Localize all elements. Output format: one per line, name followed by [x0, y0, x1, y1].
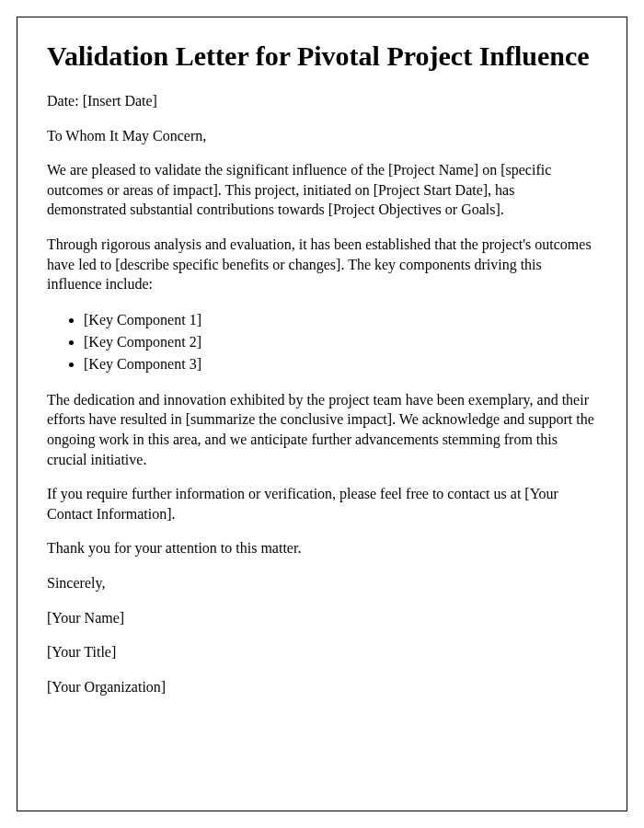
- dedication-paragraph: The dedication and innovation exhibited …: [47, 390, 597, 469]
- contact-paragraph: If you require further information or ve…: [47, 484, 597, 523]
- page-title: Validation Letter for Pivotal Project In…: [47, 40, 597, 73]
- intro-paragraph: We are pleased to validate the significa…: [47, 160, 597, 220]
- closing-line: Sincerely,: [47, 573, 597, 593]
- list-item: [Key Component 2]: [84, 331, 597, 353]
- list-item: [Key Component 3]: [84, 353, 597, 375]
- signature-org: [Your Organization]: [47, 677, 597, 697]
- document-frame: Validation Letter for Pivotal Project In…: [17, 17, 627, 811]
- list-item: [Key Component 1]: [84, 309, 597, 331]
- thanks-line: Thank you for your attention to this mat…: [47, 538, 597, 558]
- date-line: Date: [Insert Date]: [47, 91, 597, 111]
- salutation: To Whom It May Concern,: [47, 126, 597, 146]
- analysis-paragraph: Through rigorous analysis and evaluation…: [47, 235, 597, 294]
- key-components-list: [Key Component 1] [Key Component 2] [Key…: [84, 309, 597, 375]
- signature-name: [Your Name]: [47, 608, 597, 628]
- signature-title: [Your Title]: [47, 642, 597, 662]
